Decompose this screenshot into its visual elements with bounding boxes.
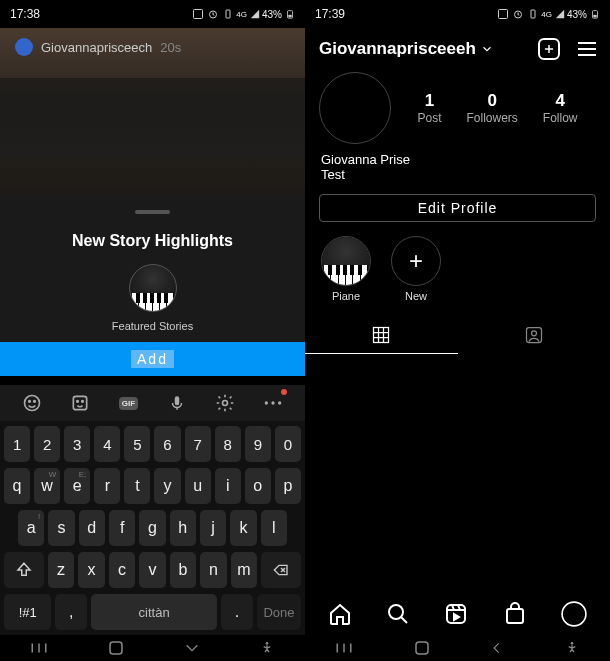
key-4[interactable]: 4 xyxy=(94,426,120,462)
status-icons: 4G 43% xyxy=(191,8,295,20)
key-o[interactable]: o xyxy=(245,468,271,504)
story-header[interactable]: Giovannaprisceech 20s xyxy=(15,38,181,56)
key-5[interactable]: 5 xyxy=(124,426,150,462)
key-w[interactable]: wW xyxy=(34,468,60,504)
svg-rect-33 xyxy=(337,644,339,653)
svg-point-29 xyxy=(389,605,403,619)
emoji-icon[interactable] xyxy=(20,391,44,415)
key-backspace[interactable] xyxy=(261,552,301,588)
followers-stat[interactable]: 0 Followers xyxy=(466,91,517,125)
key-comma[interactable]: , xyxy=(55,594,87,630)
bio-name: Giovanna Prise xyxy=(321,152,594,167)
key-0[interactable]: 0 xyxy=(275,426,301,462)
key-8[interactable]: 8 xyxy=(215,426,241,462)
add-button[interactable]: Add xyxy=(0,342,305,376)
key-symbols[interactable]: !#1 xyxy=(4,594,51,630)
sticker-icon[interactable] xyxy=(68,391,92,415)
backspace-icon xyxy=(271,562,291,578)
story-avatar[interactable] xyxy=(15,38,33,56)
profile-bio: Giovanna Prise Test xyxy=(305,152,610,192)
key-p[interactable]: p xyxy=(275,468,301,504)
key-d[interactable]: d xyxy=(79,510,105,546)
search-nav-icon[interactable] xyxy=(386,602,410,626)
key-h[interactable]: h xyxy=(170,510,196,546)
key-u[interactable]: u xyxy=(185,468,211,504)
recent-apps-icon[interactable] xyxy=(30,641,48,655)
key-done[interactable]: Done xyxy=(257,594,301,630)
key-x[interactable]: x xyxy=(78,552,105,588)
key-l[interactable]: l xyxy=(261,510,287,546)
key-space[interactable]: cittàn xyxy=(91,594,217,630)
grid-tab[interactable] xyxy=(305,316,458,354)
svg-rect-16 xyxy=(32,644,34,653)
voice-icon[interactable] xyxy=(165,391,189,415)
key-m[interactable]: m xyxy=(231,552,258,588)
key-e[interactable]: eE; xyxy=(64,468,90,504)
posts-stat[interactable]: 1 Post xyxy=(417,91,441,125)
back-icon[interactable] xyxy=(490,641,504,655)
key-shift[interactable] xyxy=(4,552,44,588)
highlight-new[interactable]: + New xyxy=(391,236,441,302)
home-icon[interactable] xyxy=(413,639,431,657)
svg-point-13 xyxy=(265,401,268,404)
key-r[interactable]: r xyxy=(94,468,120,504)
key-n[interactable]: n xyxy=(200,552,227,588)
keyboard-row-numbers: 1 2 3 4 5 6 7 8 9 0 xyxy=(4,426,301,462)
profile-header: Giovannaprisceeeh xyxy=(305,28,610,70)
recent-apps-icon[interactable] xyxy=(335,641,353,655)
profile-picture[interactable] xyxy=(319,72,391,144)
battery-icon xyxy=(285,8,295,20)
create-button[interactable] xyxy=(538,38,560,60)
key-a[interactable]: a! xyxy=(18,510,44,546)
network-4g-icon: 4G xyxy=(236,10,247,19)
key-period[interactable]: . xyxy=(221,594,253,630)
key-3[interactable]: 3 xyxy=(64,426,90,462)
username-dropdown[interactable]: Giovannaprisceeeh xyxy=(319,39,494,59)
key-g[interactable]: g xyxy=(139,510,165,546)
reels-nav-icon[interactable] xyxy=(444,602,468,626)
shift-icon xyxy=(15,561,33,579)
key-c[interactable]: c xyxy=(109,552,136,588)
key-1[interactable]: 1 xyxy=(4,426,30,462)
screenshot-icon xyxy=(192,8,204,20)
svg-point-20 xyxy=(266,642,269,645)
vibrate-icon xyxy=(527,8,539,20)
key-k[interactable]: k xyxy=(230,510,256,546)
svg-rect-34 xyxy=(343,644,345,653)
key-j[interactable]: j xyxy=(200,510,226,546)
key-2[interactable]: 2 xyxy=(34,426,60,462)
key-v[interactable]: v xyxy=(139,552,166,588)
key-i[interactable]: i xyxy=(215,468,241,504)
svg-point-32 xyxy=(562,602,586,626)
keyboard-down-icon[interactable] xyxy=(184,640,200,656)
key-z[interactable]: z xyxy=(48,552,75,588)
battery-text: 43% xyxy=(567,9,587,20)
key-6[interactable]: 6 xyxy=(154,426,180,462)
key-7[interactable]: 7 xyxy=(185,426,211,462)
settings-icon[interactable] xyxy=(213,391,237,415)
gif-icon[interactable]: GIF xyxy=(116,391,140,415)
accessibility-icon[interactable] xyxy=(564,640,580,656)
following-stat[interactable]: 4 Follow xyxy=(543,91,578,125)
key-q[interactable]: q xyxy=(4,468,30,504)
shop-nav-icon[interactable] xyxy=(503,602,527,626)
profile-nav-icon[interactable] xyxy=(561,601,587,627)
more-icon[interactable] xyxy=(261,391,285,415)
edit-profile-button[interactable]: Edit Profile xyxy=(319,194,596,222)
key-t[interactable]: t xyxy=(124,468,150,504)
key-s[interactable]: s xyxy=(48,510,74,546)
home-nav-icon[interactable] xyxy=(328,602,352,626)
drawer-handle[interactable] xyxy=(135,210,170,214)
highlight-piano[interactable]: Piane xyxy=(321,236,371,302)
right-screen: 17:39 4G 43% Giovannaprisceeeh 1 xyxy=(305,0,610,661)
menu-button[interactable] xyxy=(578,42,596,56)
key-9[interactable]: 9 xyxy=(245,426,271,462)
key-y[interactable]: y xyxy=(154,468,180,504)
key-b[interactable]: b xyxy=(170,552,197,588)
key-f[interactable]: f xyxy=(109,510,135,546)
accessibility-icon[interactable] xyxy=(259,640,275,656)
home-icon[interactable] xyxy=(107,639,125,657)
highlight-cover-image[interactable] xyxy=(129,264,177,312)
tagged-tab[interactable] xyxy=(458,316,611,354)
featured-stories-label: Featured Stories xyxy=(0,320,305,332)
